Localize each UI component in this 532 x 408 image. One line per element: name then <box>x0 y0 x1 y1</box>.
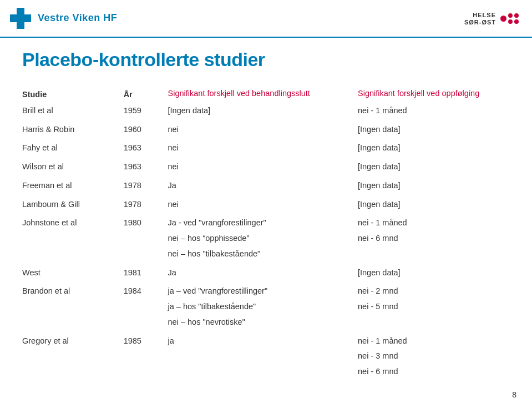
vestre-viken-cross-icon <box>9 7 32 30</box>
cell-behandling: Ja <box>168 265 358 281</box>
table-row: Freeman et al1978Ja[Ingen data] <box>22 178 510 194</box>
cell-aar: 1963 <box>124 159 168 175</box>
cell-oppfolging: [Ingen data] <box>358 159 510 175</box>
cell-studie: Gregory et al <box>22 334 124 380</box>
dot-2 <box>514 13 519 18</box>
cell-studie: Freeman et al <box>22 178 124 194</box>
cell-aar: 1978 <box>124 178 168 194</box>
cell-oppfolging: [Ingen data] <box>358 197 510 213</box>
table-row: Johnstone et al1980Ja - ved "vrangforest… <box>22 215 510 231</box>
cell-oppfolging: [Ingen data] <box>358 140 510 156</box>
main-content: Placebo-kontrollerte studier Studie År S… <box>0 38 532 391</box>
dot-1 <box>508 13 513 18</box>
helse-dots-logo <box>500 13 519 24</box>
cell-studie: Fahy et al <box>22 140 124 156</box>
cell-behandling: nei <box>168 122 358 138</box>
logo-left: Vestre Viken HF <box>9 7 117 30</box>
cell-oppfolging: nei - 1 måned <box>358 103 510 119</box>
cell-oppfolging: nei - 1 måned <box>358 334 510 349</box>
cell-behandling-extra <box>168 349 358 364</box>
table-row: Gregory et al1985janei - 1 måned <box>22 334 510 349</box>
table-row: Brandon et al1984ja – ved "vrangforestil… <box>22 284 510 299</box>
cell-behandling: ja <box>168 334 358 349</box>
cell-aar: 1960 <box>124 122 168 138</box>
cell-oppfolging: nei - 2 mnd <box>358 284 510 299</box>
cell-oppfolging-extra: nei - 3 mnd <box>358 349 510 364</box>
cell-oppfolging: [Ingen data] <box>358 265 510 281</box>
dot-group <box>508 13 519 24</box>
table-row: Lambourn & Gill1978nei[Ingen data] <box>22 197 510 213</box>
cell-aar: 1981 <box>124 265 168 281</box>
cell-behandling-extra: ja – hos "tilbakestående" <box>168 299 358 315</box>
cell-studie: Brandon et al <box>22 284 124 330</box>
logo-right: HELSE SØR-ØST <box>464 12 519 26</box>
page-number: 8 <box>512 390 516 399</box>
logo-text: Vestre Viken HF <box>38 13 117 24</box>
dot-4 <box>514 19 519 24</box>
dot-large <box>500 16 506 22</box>
cell-behandling-extra: nei – hos "tilbakestående" <box>168 246 358 262</box>
helse-label: HELSE <box>473 12 496 18</box>
cell-aar: 1984 <box>124 284 168 330</box>
cell-studie: Lambourn & Gill <box>22 197 124 213</box>
cell-aar: 1985 <box>124 334 168 380</box>
cell-behandling-extra <box>168 364 358 380</box>
cell-aar: 1963 <box>124 140 168 156</box>
table-row: West1981Ja[Ingen data] <box>22 265 510 281</box>
cell-oppfolging: [Ingen data] <box>358 178 510 194</box>
cell-studie: Harris & Robin <box>22 122 124 138</box>
cell-behandling: Ja - ved "vrangforestilinger" <box>168 215 358 231</box>
cell-aar: 1959 <box>124 103 168 119</box>
col-header-behandling: Signifikant forskjell ved behandlingsslu… <box>168 86 358 103</box>
table-row: Wilson et al1963nei[Ingen data] <box>22 159 510 175</box>
table-header-row: Studie År Signifikant forskjell ved beha… <box>22 86 510 103</box>
header: Vestre Viken HF HELSE SØR-ØST <box>0 0 532 37</box>
cell-studie: Johnstone et al <box>22 215 124 261</box>
cell-oppfolging: nei - 1 måned <box>358 215 510 231</box>
cell-studie: West <box>22 265 124 281</box>
col-header-oppfolging: Signifikant forskjell ved oppfølging <box>358 86 510 103</box>
table-row: Fahy et al1963nei[Ingen data] <box>22 140 510 156</box>
cell-oppfolging-extra: nei - 6 mnd <box>358 231 510 246</box>
cell-behandling: nei <box>168 197 358 213</box>
page-title: Placebo-kontrollerte studier <box>22 49 510 70</box>
cell-behandling: [Ingen data] <box>168 103 358 119</box>
cell-studie: Brill et al <box>22 103 124 119</box>
cell-oppfolging: [Ingen data] <box>358 122 510 138</box>
cell-behandling: Ja <box>168 178 358 194</box>
table-body: Brill et al1959[Ingen data]nei - 1 måned… <box>22 103 510 380</box>
table-row: Harris & Robin1960nei[Ingen data] <box>22 122 510 138</box>
cell-oppfolging-extra <box>358 246 510 262</box>
cell-behandling: ja – ved "vrangforestillinger" <box>168 284 358 299</box>
table-row: Brill et al1959[Ingen data]nei - 1 måned <box>22 103 510 119</box>
cell-studie: Wilson et al <box>22 159 124 175</box>
dot-3 <box>508 19 513 24</box>
cell-oppfolging-extra: nei - 6 mnd <box>358 364 510 380</box>
col-header-aar: År <box>124 86 168 103</box>
cell-behandling: nei <box>168 159 358 175</box>
svg-rect-1 <box>10 14 31 22</box>
cell-behandling-extra: nei – hos “opphissede” <box>168 231 358 246</box>
cell-behandling-extra: nei – hos "nevrotiske" <box>168 315 358 330</box>
study-table: Studie År Signifikant forskjell ved beha… <box>22 86 510 380</box>
cell-oppfolging-extra: nei - 5 mnd <box>358 299 510 315</box>
cell-aar: 1978 <box>124 197 168 213</box>
col-header-studie: Studie <box>22 86 124 103</box>
sor-ost-label: SØR-ØST <box>464 19 496 26</box>
cell-oppfolging-extra <box>358 315 510 330</box>
cell-aar: 1980 <box>124 215 168 261</box>
cell-behandling: nei <box>168 140 358 156</box>
logo-title: Vestre Viken HF <box>38 13 117 24</box>
